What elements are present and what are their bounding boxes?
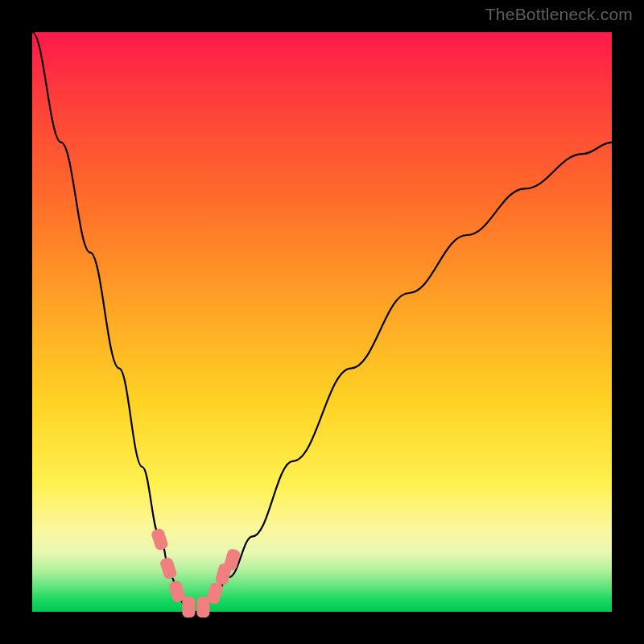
bottleneck-curve bbox=[32, 32, 612, 612]
curve-marker bbox=[206, 581, 225, 605]
plot-area bbox=[32, 32, 612, 612]
curve-marker bbox=[151, 527, 169, 551]
chart-svg bbox=[32, 32, 612, 612]
curve-marker bbox=[159, 556, 178, 580]
marker-group bbox=[151, 527, 242, 617]
curve-marker bbox=[223, 547, 242, 571]
chart-frame: TheBottleneck.com bbox=[0, 0, 644, 644]
curve-marker bbox=[182, 597, 195, 617]
watermark-text: TheBottleneck.com bbox=[485, 5, 633, 24]
